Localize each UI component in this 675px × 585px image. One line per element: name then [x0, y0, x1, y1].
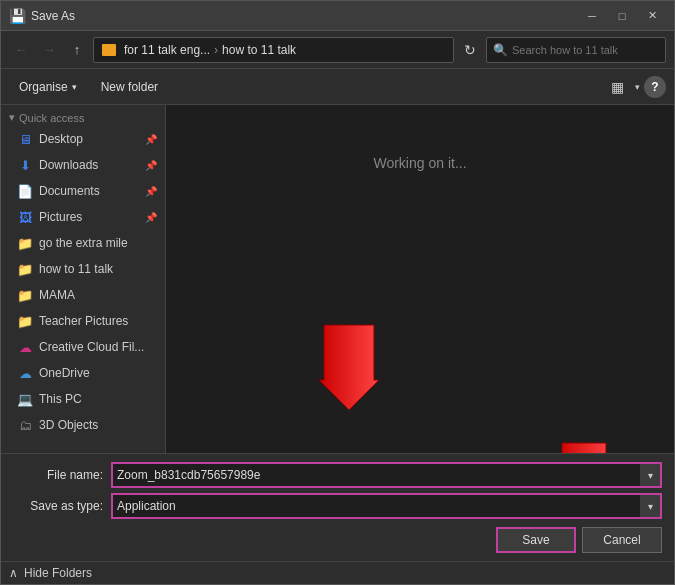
sidebar-item-mama[interactable]: 📁 MAMA: [1, 282, 165, 308]
close-button[interactable]: ✕: [638, 6, 666, 26]
organise-chevron-icon: ▾: [72, 82, 77, 92]
main-content: ▾ Quick access 🖥 Desktop 📌 ⬇ Downloads 📌…: [1, 105, 674, 453]
sidebar-item-label: 3D Objects: [39, 418, 98, 432]
sidebar-item-label: OneDrive: [39, 366, 90, 380]
minimize-button[interactable]: ─: [578, 6, 606, 26]
sidebar-item-label: This PC: [39, 392, 82, 406]
sidebar-item-label: how to 11 talk: [39, 262, 113, 276]
sidebar-item-3d-objects[interactable]: 🗂 3D Objects: [1, 412, 165, 438]
new-folder-label: New folder: [101, 80, 158, 94]
sidebar-item-label: Documents: [39, 184, 100, 198]
quick-access-label: Quick access: [19, 112, 84, 124]
sidebar-item-this-pc[interactable]: 💻 This PC: [1, 386, 165, 412]
sidebar-item-label: MAMA: [39, 288, 75, 302]
pin-icon: 📌: [145, 212, 157, 223]
save-type-label: Save as type:: [13, 499, 103, 513]
how-to-icon: 📁: [17, 261, 33, 277]
go-extra-icon: 📁: [17, 235, 33, 251]
organise-label: Organise: [19, 80, 68, 94]
hide-folders-chevron-icon: ∧: [9, 566, 18, 580]
sidebar-item-label: Pictures: [39, 210, 82, 224]
view-chevron-icon: ▾: [635, 82, 640, 92]
content-area: Working on it...: [166, 105, 674, 453]
help-button[interactable]: ?: [644, 76, 666, 98]
pin-icon: 📌: [145, 186, 157, 197]
teacher-icon: 📁: [17, 313, 33, 329]
sidebar-item-go-extra[interactable]: 📁 go the extra mile: [1, 230, 165, 256]
desktop-icon: 🖥: [17, 131, 33, 147]
save-type-dropdown-icon[interactable]: ▾: [640, 495, 660, 517]
breadcrumb-parent: for 11 talk eng...: [124, 43, 210, 57]
new-folder-button[interactable]: New folder: [91, 74, 168, 100]
save-button[interactable]: Save: [496, 527, 576, 553]
this-pc-icon: 💻: [17, 391, 33, 407]
dialog-buttons: Save Cancel: [13, 527, 662, 553]
folder-icon: [102, 44, 116, 56]
hide-folders-bar[interactable]: ∧ Hide Folders: [1, 561, 674, 584]
cc-icon: ☁: [17, 339, 33, 355]
sidebar-item-how-to[interactable]: 📁 how to 11 talk: [1, 256, 165, 282]
sidebar-item-teacher[interactable]: 📁 Teacher Pictures: [1, 308, 165, 334]
sidebar-item-label: Creative Cloud Fil...: [39, 340, 144, 354]
quick-access-chevron-icon: ▾: [9, 111, 15, 124]
pin-icon: 📌: [145, 160, 157, 171]
file-name-input-group: ▾: [111, 462, 662, 488]
right-arrow-indicator: [554, 435, 614, 453]
back-button[interactable]: ←: [9, 38, 33, 62]
3d-objects-icon: 🗂: [17, 417, 33, 433]
pin-icon: 📌: [145, 134, 157, 145]
sidebar-item-pictures[interactable]: 🖼 Pictures 📌: [1, 204, 165, 230]
sidebar-item-label: go the extra mile: [39, 236, 128, 250]
search-box[interactable]: 🔍: [486, 37, 666, 63]
onedrive-icon: ☁: [17, 365, 33, 381]
bottom-bar: File name: ▾ Save as type: ▾ Save Cancel: [1, 453, 674, 561]
refresh-button[interactable]: ↻: [458, 38, 482, 62]
svg-marker-0: [319, 325, 379, 410]
pictures-icon: 🖼: [17, 209, 33, 225]
save-type-input-group: ▾: [111, 493, 662, 519]
sidebar-item-label: Downloads: [39, 158, 98, 172]
window-controls: ─ □ ✕: [578, 6, 666, 26]
window-icon: 💾: [9, 8, 25, 24]
title-bar: 💾 Save As ─ □ ✕: [1, 1, 674, 31]
save-as-dialog: 💾 Save As ─ □ ✕ ← → ↑ for 11 talk eng...…: [0, 0, 675, 585]
sidebar-item-label: Desktop: [39, 132, 83, 146]
downloads-icon: ⬇: [17, 157, 33, 173]
sidebar-item-label: Teacher Pictures: [39, 314, 128, 328]
search-input[interactable]: [512, 44, 659, 56]
breadcrumb-separator: ›: [214, 43, 218, 57]
breadcrumb[interactable]: for 11 talk eng... › how to 11 talk: [93, 37, 454, 63]
working-text: Working on it...: [373, 155, 466, 171]
save-type-input[interactable]: [113, 495, 640, 517]
cancel-button[interactable]: Cancel: [582, 527, 662, 553]
sidebar-item-documents[interactable]: 📄 Documents 📌: [1, 178, 165, 204]
up-button[interactable]: ↑: [65, 38, 89, 62]
sidebar-item-cc[interactable]: ☁ Creative Cloud Fil...: [1, 334, 165, 360]
sidebar-item-onedrive[interactable]: ☁ OneDrive: [1, 360, 165, 386]
search-icon: 🔍: [493, 43, 508, 57]
sidebar: ▾ Quick access 🖥 Desktop 📌 ⬇ Downloads 📌…: [1, 105, 166, 453]
file-name-label: File name:: [13, 468, 103, 482]
forward-button[interactable]: →: [37, 38, 61, 62]
window-title: Save As: [31, 9, 578, 23]
svg-marker-1: [557, 443, 611, 453]
breadcrumb-current: how to 11 talk: [222, 43, 296, 57]
mama-icon: 📁: [17, 287, 33, 303]
view-button[interactable]: ▦: [603, 74, 631, 100]
maximize-button[interactable]: □: [608, 6, 636, 26]
file-name-input[interactable]: [113, 464, 640, 486]
organise-button[interactable]: Organise ▾: [9, 74, 87, 100]
left-arrow-indicator: [314, 315, 384, 415]
documents-icon: 📄: [17, 183, 33, 199]
sidebar-item-desktop[interactable]: 🖥 Desktop 📌: [1, 126, 165, 152]
sidebar-item-downloads[interactable]: ⬇ Downloads 📌: [1, 152, 165, 178]
save-type-row: Save as type: ▾: [13, 493, 662, 519]
address-bar: ← → ↑ for 11 talk eng... › how to 11 tal…: [1, 31, 674, 69]
toolbar: Organise ▾ New folder ▦ ▾ ?: [1, 69, 674, 105]
file-name-row: File name: ▾: [13, 462, 662, 488]
hide-folders-label: Hide Folders: [24, 566, 92, 580]
quick-access-section[interactable]: ▾ Quick access: [1, 109, 165, 126]
file-name-dropdown-icon[interactable]: ▾: [640, 464, 660, 486]
